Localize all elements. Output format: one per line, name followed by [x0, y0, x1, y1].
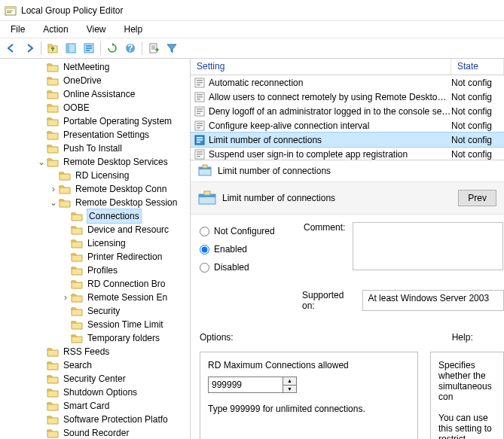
tree-item-label: Remote Desktop Session [74, 196, 177, 209]
tree-item-label: Session Time Limit [86, 318, 163, 331]
col-setting[interactable]: Setting [191, 59, 451, 75]
radio-not-configured-input[interactable] [200, 227, 209, 236]
tree-item[interactable]: ·Smart Card [0, 399, 190, 413]
twisty-blank: · [36, 428, 47, 437]
tree-item[interactable]: ·Online Assistance [0, 87, 190, 101]
chevron-down-icon[interactable]: ⌄ [36, 157, 47, 166]
tree-item[interactable]: ·Presentation Settings [0, 128, 190, 142]
chevron-down-icon[interactable]: ⌄ [48, 198, 59, 207]
supported-textbox: At least Windows Server 2003 [362, 290, 504, 311]
svg-rect-41 [203, 165, 207, 168]
radio-enabled-label: Enabled [214, 244, 247, 255]
tree-item[interactable]: ·NetMeeting [0, 60, 190, 74]
forward-button[interactable] [21, 40, 38, 56]
folder-icon [71, 319, 83, 330]
tree-item[interactable]: ·Connections [0, 209, 190, 223]
twisty-blank: · [60, 266, 71, 275]
tree-item-label: Licensing [86, 236, 126, 250]
tree-item[interactable]: ·Profiles [0, 264, 190, 277]
setting-dialog: Limit number of connections Limit number… [191, 160, 504, 439]
setting-row[interactable]: Configure keep-alive connection interval… [191, 118, 504, 133]
svg-rect-5 [48, 44, 52, 47]
tree-item[interactable]: ·RD Connection Bro [0, 277, 190, 291]
tree-item[interactable]: ·Licensing [0, 236, 190, 250]
tree-item[interactable]: ·OneDrive [0, 74, 190, 87]
radio-disabled-label: Disabled [214, 262, 249, 273]
options-help-labels: Options: Help: [200, 332, 504, 343]
tree-item[interactable]: ·Security [0, 304, 190, 318]
export-button[interactable] [145, 40, 162, 56]
setting-text: Automatic reconnection [209, 78, 451, 88]
properties-button[interactable] [81, 40, 97, 56]
tree-item[interactable]: ⌄Remote Desktop Session [0, 196, 190, 209]
svg-rect-44 [204, 191, 210, 195]
menu-file[interactable]: File [2, 23, 34, 36]
folder-icon [47, 116, 59, 127]
svg-rect-20 [197, 94, 203, 96]
tree-item-label: Printer Redirection [86, 250, 162, 264]
tree-item[interactable]: ·Printer Redirection [0, 250, 190, 264]
tree-item[interactable]: ·OOBE [0, 101, 190, 114]
help-button[interactable]: ? [122, 40, 139, 56]
tree-item[interactable]: ›Remote Session En [0, 291, 190, 304]
tree-item[interactable]: ·Portable Operating System [0, 114, 190, 128]
setting-row[interactable]: Allow users to connect remotely by using… [191, 90, 504, 104]
policy-icon [198, 164, 212, 178]
twisty-blank: · [36, 374, 47, 383]
twisty-blank: · [60, 306, 71, 316]
svg-rect-28 [197, 123, 203, 124]
setting-text: Limit number of connections [209, 135, 451, 145]
tree-item[interactable]: ·Temporary folders [0, 331, 190, 345]
folder-icon [47, 360, 59, 370]
tree-item[interactable]: ·RSS Feeds [0, 345, 190, 358]
window-titlebar: Local Group Policy Editor [0, 0, 504, 21]
radio-enabled-input[interactable] [200, 245, 209, 255]
menu-help[interactable]: Help [115, 23, 152, 36]
up-button[interactable] [44, 40, 61, 56]
max-connections-field: ▲ ▼ [208, 377, 410, 393]
folder-icon [71, 265, 83, 276]
setting-text: Allow users to connect remotely by using… [209, 92, 451, 102]
tree-item[interactable]: ·Software Protection Platfo [0, 413, 190, 426]
col-state[interactable]: State [451, 59, 504, 75]
tree-item[interactable]: ›Remote Desktop Conn [0, 182, 190, 196]
filter-button[interactable] [163, 40, 180, 56]
setting-state: Not config [451, 92, 504, 102]
menu-view[interactable]: View [78, 23, 115, 36]
chevron-right-icon[interactable]: › [60, 293, 71, 302]
tree-item[interactable]: ·Shutdown Options [0, 386, 190, 399]
tree-item[interactable]: ·RD Licensing [0, 169, 190, 182]
prev-setting-button[interactable]: Prev [458, 190, 496, 206]
tree-item-label: Portable Operating System [62, 114, 172, 128]
svg-rect-17 [197, 82, 203, 84]
setting-text: Configure keep-alive connection interval [209, 120, 451, 131]
radio-disabled-input[interactable] [200, 263, 209, 273]
twisty-blank: · [48, 171, 59, 180]
tree-item[interactable]: ·Push To Install [0, 142, 190, 155]
tree-item[interactable]: ·Session Time Limit [0, 318, 190, 331]
setting-row[interactable]: Deny logoff of an administrator logged i… [191, 104, 504, 118]
tree-item[interactable]: ⌄Remote Desktop Services [0, 155, 190, 169]
setting-row[interactable]: Automatic reconnectionNot config [191, 75, 504, 90]
svg-rect-10 [86, 47, 92, 49]
tree-item[interactable]: ·Security Center [0, 372, 190, 386]
twisty-blank: · [60, 334, 71, 343]
refresh-button[interactable] [104, 40, 121, 56]
comment-textbox[interactable] [353, 222, 503, 270]
setting-row[interactable]: Limit number of connectionsNot config [191, 133, 504, 147]
twisty-blank: · [36, 90, 47, 99]
show-hide-tree-button[interactable] [63, 40, 79, 56]
tree-item[interactable]: ·Device and Resourc [0, 223, 190, 236]
max-connections-input[interactable] [208, 377, 283, 393]
tree-item[interactable]: ·Search [0, 358, 190, 372]
back-button[interactable] [3, 40, 20, 56]
spinner-up[interactable]: ▲ [283, 377, 296, 386]
chevron-right-icon[interactable]: › [48, 184, 59, 194]
folder-icon [59, 170, 71, 181]
svg-rect-36 [197, 151, 203, 153]
svg-rect-22 [197, 99, 200, 100]
tree-pane[interactable]: ·NetMeeting·OneDrive·Online Assistance·O… [0, 59, 191, 439]
tree-item[interactable]: ·Sound Recorder [0, 426, 190, 439]
menu-action[interactable]: Action [34, 23, 77, 36]
spinner-down[interactable]: ▼ [283, 386, 296, 393]
